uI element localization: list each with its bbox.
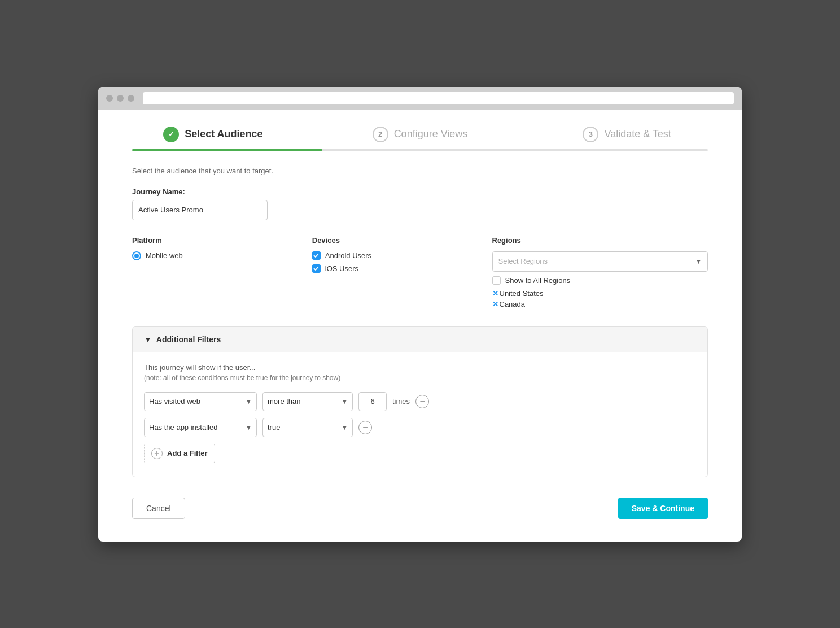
filter-2-remove-button[interactable]: − [358,421,372,434]
add-filter-label: Add a Filter [167,449,208,457]
filter-2-operator-select[interactable]: true ▼ [262,418,353,437]
step-1: ✓ Select Audience [132,127,294,142]
regions-title: Regions [492,236,708,245]
step-2-label: Configure Views [394,128,468,140]
filter-2-condition-select[interactable]: Has the app installed ▼ [144,418,257,437]
save-continue-button[interactable]: Save & Continue [618,498,708,519]
filter-row-2: Has the app installed ▼ true ▼ − [144,418,696,437]
platform-option-label: Mobile web [146,251,183,260]
step-3-icon: 3 [583,127,598,142]
filter-2-condition-arrow: ▼ [246,424,252,431]
step-2: 2 Configure Views [339,127,501,142]
filter-row-1: Has visited web ▼ more than ▼ times − [144,392,696,411]
filters-note: (note: all of these conditions must be t… [144,374,696,382]
filter-2-operator-arrow: ▼ [342,424,348,431]
filter-2-operator-label: true [268,423,280,431]
traffic-light-max [128,95,134,102]
step-3-label: Validate & Test [604,128,671,140]
checkbox-ios [312,264,321,273]
device-android-label: Android Users [325,251,371,260]
radio-inner [134,254,139,258]
add-filter-button[interactable]: + Add a Filter [144,444,215,463]
checkbox-show-all [492,276,501,285]
regions-select[interactable]: Select Regions ▼ [492,251,708,272]
device-ios-label: iOS Users [325,264,358,273]
progress-bar-fill [132,149,322,151]
dropdown-arrow-icon: ▼ [695,258,702,265]
journey-name-label: Journey Name: [132,187,708,196]
chevron-down-icon: ▼ [144,335,152,344]
filters-desc: This journey will show if the user... [144,363,696,372]
platform-title: Platform [132,236,312,245]
region-canada-x[interactable]: ✕ [492,300,498,308]
url-bar[interactable] [143,92,734,104]
checkbox-android [312,251,321,260]
filter-1-operator-arrow: ▼ [342,398,348,405]
device-android[interactable]: Android Users [312,251,492,260]
filter-1-condition-arrow: ▼ [246,398,252,405]
filters-header[interactable]: ▼ Additional Filters [133,327,707,352]
show-all-regions-row[interactable]: Show to All Regions [492,276,708,285]
options-section: Platform Mobile web Devices Android User… [132,236,708,311]
region-us: ✕United States [492,289,708,298]
platform-col: Platform Mobile web [132,236,312,311]
filters-header-label: Additional Filters [156,335,221,344]
step-3: 3 Validate & Test [546,127,708,142]
regions-col: Regions Select Regions ▼ Show to All Reg… [492,236,708,311]
filter-1-condition-label: Has visited web [149,397,200,405]
cancel-button[interactable]: Cancel [132,498,185,519]
step-1-label: Select Audience [185,128,262,140]
filter-1-value-input[interactable] [358,392,387,411]
filter-1-condition-select[interactable]: Has visited web ▼ [144,392,257,411]
filter-2-condition-label: Has the app installed [149,423,217,431]
journey-name-field: Journey Name: [132,187,708,220]
region-canada: ✕Canada [492,300,708,308]
progress-bar [132,149,708,151]
page-content: ✓ Select Audience 2 Configure Views 3 Va… [98,110,742,542]
devices-col: Devices Android Users iOS Users [312,236,492,311]
footer-buttons: Cancel Save & Continue [132,498,708,519]
platform-mobile-web[interactable]: Mobile web [132,251,312,260]
traffic-light-close [106,95,113,102]
stepper: ✓ Select Audience 2 Configure Views 3 Va… [132,127,708,142]
journey-name-input[interactable] [132,200,268,220]
show-all-label: Show to All Regions [505,276,571,285]
filters-body: This journey will show if the user... (n… [133,352,707,477]
devices-title: Devices [312,236,492,245]
regions-placeholder: Select Regions [498,257,548,265]
device-ios[interactable]: iOS Users [312,264,492,273]
app-window: ✓ Select Audience 2 Configure Views 3 Va… [98,87,742,542]
filter-1-operator-label: more than [268,397,301,405]
titlebar [98,87,742,110]
step-1-icon: ✓ [163,127,179,142]
filter-1-suffix: times [392,397,410,405]
traffic-light-min [117,95,124,102]
filter-1-remove-button[interactable]: − [415,395,429,408]
add-filter-plus-icon: + [151,448,163,459]
filter-1-operator-select[interactable]: more than ▼ [262,392,353,411]
page-subtitle: Select the audience that you want to tar… [132,167,708,175]
region-us-x[interactable]: ✕ [492,289,498,298]
step-2-icon: 2 [373,127,388,142]
radio-mobile-web [132,251,141,260]
additional-filters-section: ▼ Additional Filters This journey will s… [132,326,708,477]
